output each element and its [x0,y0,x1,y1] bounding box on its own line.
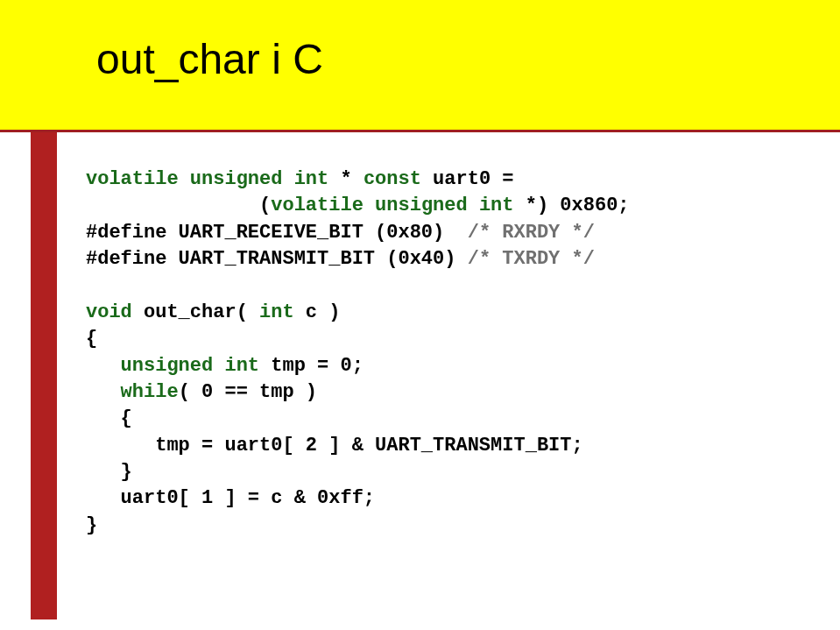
kw-volatile: volatile [86,168,179,190]
kw-unsigned: unsigned [190,168,283,190]
comment: /* RXRDY */ [468,222,595,244]
code-text: UART_TRANSMIT_BIT (0x40) [166,248,467,270]
code-text: UART_RECEIVE_BIT (0x80) [166,222,467,244]
code-block: volatile unsigned int * const uart0 = (v… [86,166,630,539]
kw-int: int [224,355,259,377]
kw-unsigned: unsigned [375,195,468,216]
code-text: out_char( [132,301,259,323]
kw-const: const [364,168,421,190]
code-pad [86,355,121,377]
slide-title: out_char i C [96,35,323,83]
code-text: *) 0x860; [514,195,630,216]
code-pad [86,195,259,216]
code-text: { [86,328,97,350]
kw-void: void [86,301,132,323]
pp-define: #define [86,248,166,270]
kw-int: int [294,168,329,190]
kw-while: while [121,381,179,403]
code-text: tmp = uart0[ 2 ] & UART_TRANSMIT_BIT; [86,435,583,457]
code-text: } [86,514,97,536]
kw-int: int [479,195,514,216]
kw-volatile: volatile [271,195,364,216]
code-text: { [86,407,132,429]
code-text: uart0[ 1 ] = c & 0xff; [86,487,375,509]
comment: /* TXRDY */ [468,248,595,270]
pp-define: #define [86,222,166,244]
code-text: ( [259,195,271,216]
code-text: tmp = 0; [259,355,364,377]
kw-unsigned: unsigned [121,355,214,377]
code-pad [86,381,121,403]
code-text: uart0 = [421,168,514,190]
kw-int: int [259,301,294,323]
left-red-bar [31,132,57,619]
code-text: } [86,461,132,483]
code-text: c ) [294,301,341,323]
code-text: ( 0 == tmp ) [179,381,317,403]
